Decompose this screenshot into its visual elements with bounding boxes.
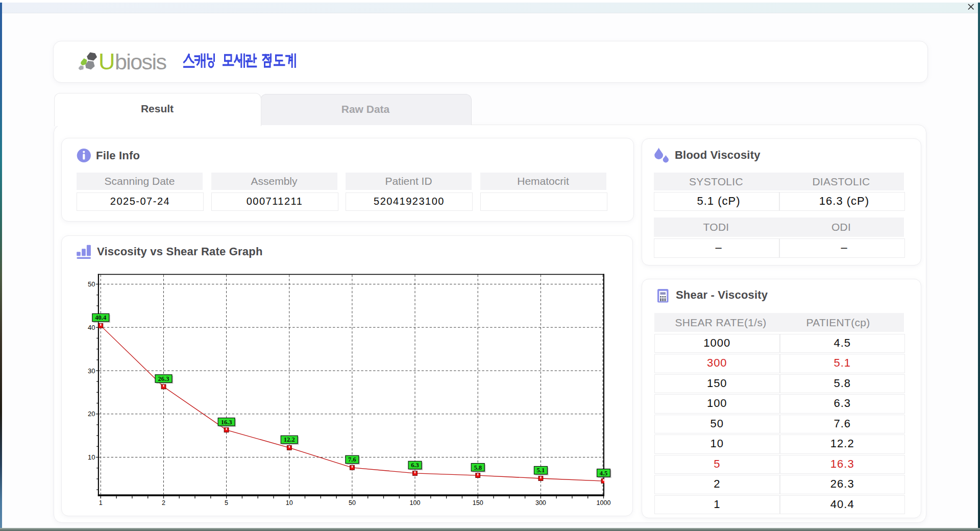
svg-text:biosis: biosis [115, 50, 166, 74]
svg-text:U: U [99, 49, 115, 75]
